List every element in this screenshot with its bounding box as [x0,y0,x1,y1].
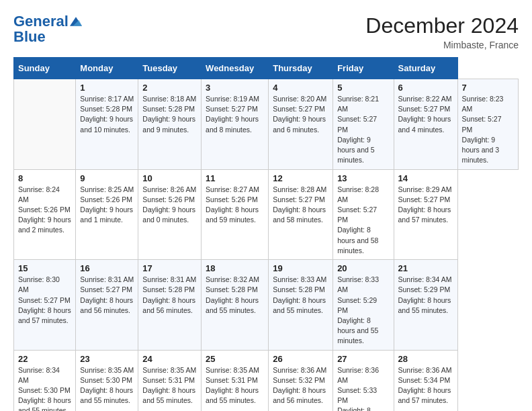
day-info: Sunrise: 8:30 AMSunset: 5:27 PMDaylight:… [18,275,71,326]
day-number: 24 [142,354,197,364]
day-number: 7 [462,83,514,93]
day-number: 4 [273,83,328,93]
calendar-week-4: 22Sunrise: 8:34 AMSunset: 5:30 PMDayligh… [14,350,519,411]
day-info: Sunrise: 8:33 AMSunset: 5:29 PMDaylight:… [337,275,389,347]
page-header: General Blue December 2024 Mimbaste, Fra… [13,13,519,50]
header-sunday: Sunday [14,58,76,79]
calendar-cell: 5Sunrise: 8:21 AMSunset: 5:27 PMDaylight… [333,79,394,170]
day-number: 6 [398,83,453,93]
day-info: Sunrise: 8:32 AMSunset: 5:28 PMDaylight:… [206,275,264,316]
calendar-cell: 24Sunrise: 8:35 AMSunset: 5:31 PMDayligh… [138,350,202,411]
day-info: Sunrise: 8:36 AMSunset: 5:34 PMDaylight:… [398,365,453,406]
header-friday: Friday [333,58,394,79]
day-info: Sunrise: 8:19 AMSunset: 5:27 PMDaylight:… [206,94,264,135]
day-number: 14 [398,173,453,183]
calendar-cell: 26Sunrise: 8:36 AMSunset: 5:32 PMDayligh… [269,350,333,411]
day-info: Sunrise: 8:36 AMSunset: 5:33 PMDaylight:… [337,365,389,411]
day-number: 17 [142,263,197,273]
calendar-cell: 11Sunrise: 8:27 AMSunset: 5:26 PMDayligh… [202,169,269,260]
day-info: Sunrise: 8:35 AMSunset: 5:31 PMDaylight:… [142,365,197,406]
day-number: 13 [337,173,389,183]
calendar-cell: 6Sunrise: 8:22 AMSunset: 5:27 PMDaylight… [394,79,457,170]
day-info: Sunrise: 8:35 AMSunset: 5:30 PMDaylight:… [80,365,134,406]
day-number: 22 [18,354,71,364]
calendar-cell: 15Sunrise: 8:30 AMSunset: 5:27 PMDayligh… [14,260,76,351]
day-number: 25 [206,354,264,364]
logo-blue: Blue [13,28,82,46]
calendar-cell: 23Sunrise: 8:35 AMSunset: 5:30 PMDayligh… [76,350,138,411]
day-number: 18 [206,263,264,273]
day-number: 15 [18,263,71,273]
calendar-cell: 13Sunrise: 8:28 AMSunset: 5:27 PMDayligh… [333,169,394,260]
day-info: Sunrise: 8:18 AMSunset: 5:28 PMDaylight:… [142,94,197,135]
day-number: 20 [337,263,389,273]
day-info: Sunrise: 8:33 AMSunset: 5:28 PMDaylight:… [273,275,328,316]
day-number: 10 [142,173,197,183]
logo-icon [70,15,82,28]
day-info: Sunrise: 8:31 AMSunset: 5:28 PMDaylight:… [142,275,197,316]
calendar-cell: 1Sunrise: 8:17 AMSunset: 5:28 PMDaylight… [76,79,138,170]
calendar-cell: 8Sunrise: 8:24 AMSunset: 5:26 PMDaylight… [14,169,76,260]
day-number: 28 [398,354,453,364]
month-title: December 2024 [365,13,519,38]
day-number: 12 [273,173,328,183]
day-info: Sunrise: 8:26 AMSunset: 5:26 PMDaylight:… [142,185,197,226]
day-info: Sunrise: 8:34 AMSunset: 5:29 PMDaylight:… [398,275,453,316]
calendar-week-3: 15Sunrise: 8:30 AMSunset: 5:27 PMDayligh… [14,260,519,351]
day-info: Sunrise: 8:34 AMSunset: 5:30 PMDaylight:… [18,365,71,411]
day-info: Sunrise: 8:28 AMSunset: 5:27 PMDaylight:… [273,185,328,226]
calendar-cell: 22Sunrise: 8:34 AMSunset: 5:30 PMDayligh… [14,350,76,411]
day-number: 23 [80,354,134,364]
day-info: Sunrise: 8:24 AMSunset: 5:26 PMDaylight:… [18,185,71,236]
day-info: Sunrise: 8:35 AMSunset: 5:31 PMDaylight:… [206,365,264,406]
day-info: Sunrise: 8:20 AMSunset: 5:27 PMDaylight:… [273,94,328,135]
day-number: 11 [206,173,264,183]
day-number: 1 [80,83,134,93]
logo: General Blue [13,13,82,46]
day-info: Sunrise: 8:36 AMSunset: 5:32 PMDaylight:… [273,365,328,406]
day-number: 3 [206,83,264,93]
title-block: December 2024 Mimbaste, France [365,13,519,50]
calendar-cell: 4Sunrise: 8:20 AMSunset: 5:27 PMDaylight… [269,79,333,170]
calendar-cell: 20Sunrise: 8:33 AMSunset: 5:29 PMDayligh… [333,260,394,351]
day-number: 8 [18,173,71,183]
calendar-cell: 3Sunrise: 8:19 AMSunset: 5:27 PMDaylight… [202,79,269,170]
day-info: Sunrise: 8:23 AMSunset: 5:27 PMDaylight:… [462,94,514,166]
calendar-cell: 2Sunrise: 8:18 AMSunset: 5:28 PMDaylight… [138,79,202,170]
calendar-table: SundayMondayTuesdayWednesdayThursdayFrid… [13,57,519,411]
calendar-cell: 16Sunrise: 8:31 AMSunset: 5:27 PMDayligh… [76,260,138,351]
calendar-week-2: 8Sunrise: 8:24 AMSunset: 5:26 PMDaylight… [14,169,519,260]
day-number: 21 [398,263,453,273]
calendar-header-row: SundayMondayTuesdayWednesdayThursdayFrid… [14,58,519,79]
calendar-cell: 21Sunrise: 8:34 AMSunset: 5:29 PMDayligh… [394,260,457,351]
day-info: Sunrise: 8:31 AMSunset: 5:27 PMDaylight:… [80,275,134,316]
calendar-cell: 17Sunrise: 8:31 AMSunset: 5:28 PMDayligh… [138,260,202,351]
header-thursday: Thursday [269,58,333,79]
header-monday: Monday [76,58,138,79]
calendar-cell: 25Sunrise: 8:35 AMSunset: 5:31 PMDayligh… [202,350,269,411]
header-tuesday: Tuesday [138,58,202,79]
day-number: 5 [337,83,389,93]
day-info: Sunrise: 8:28 AMSunset: 5:27 PMDaylight:… [337,185,389,257]
calendar-cell [14,79,76,170]
calendar-cell: 19Sunrise: 8:33 AMSunset: 5:28 PMDayligh… [269,260,333,351]
calendar-cell: 18Sunrise: 8:32 AMSunset: 5:28 PMDayligh… [202,260,269,351]
calendar-cell: 12Sunrise: 8:28 AMSunset: 5:27 PMDayligh… [269,169,333,260]
day-info: Sunrise: 8:21 AMSunset: 5:27 PMDaylight:… [337,94,389,166]
day-number: 26 [273,354,328,364]
calendar-body: 1Sunrise: 8:17 AMSunset: 5:28 PMDaylight… [14,79,519,412]
calendar-cell: 10Sunrise: 8:26 AMSunset: 5:26 PMDayligh… [138,169,202,260]
calendar-cell: 28Sunrise: 8:36 AMSunset: 5:34 PMDayligh… [394,350,457,411]
day-info: Sunrise: 8:29 AMSunset: 5:27 PMDaylight:… [398,185,453,226]
day-number: 16 [80,263,134,273]
day-number: 27 [337,354,389,364]
header-saturday: Saturday [394,58,457,79]
calendar-cell: 7Sunrise: 8:23 AMSunset: 5:27 PMDaylight… [457,79,518,170]
day-info: Sunrise: 8:27 AMSunset: 5:26 PMDaylight:… [206,185,264,226]
logo-text: General [13,13,69,30]
calendar-cell: 9Sunrise: 8:25 AMSunset: 5:26 PMDaylight… [76,169,138,260]
day-number: 9 [80,173,134,183]
header-wednesday: Wednesday [202,58,269,79]
day-info: Sunrise: 8:17 AMSunset: 5:28 PMDaylight:… [80,94,134,135]
day-info: Sunrise: 8:25 AMSunset: 5:26 PMDaylight:… [80,185,134,226]
